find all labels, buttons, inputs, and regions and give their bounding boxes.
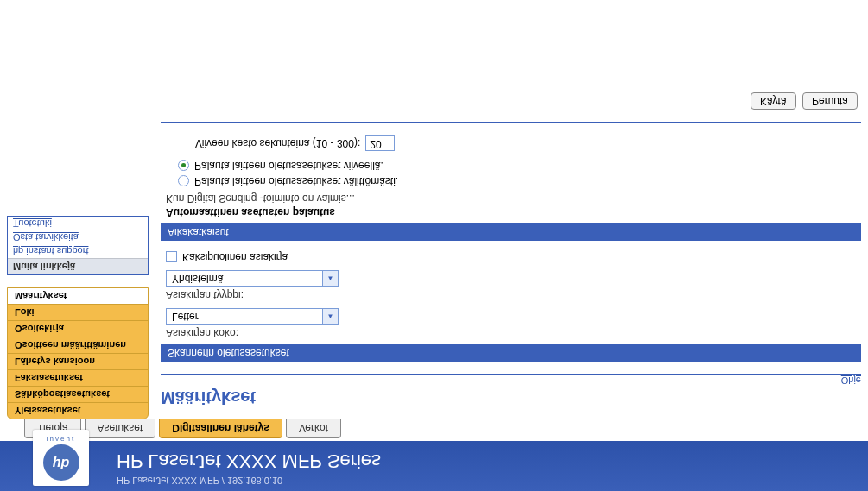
cancel-button[interactable]: Peruuta bbox=[802, 92, 858, 110]
delay-row: Viiveen kesto sekunteina (10 - 300): 20 bbox=[195, 135, 861, 151]
chevron-down-icon: ▼ bbox=[322, 309, 338, 324]
sidebar-nav: Yleisasetukset Sähköpostiasetukset Faksi… bbox=[7, 287, 149, 419]
doc-type-value: Yhdistelmä bbox=[172, 273, 223, 285]
sidebar-item-email[interactable]: Sähköpostiasetukset bbox=[8, 386, 148, 402]
sidebar-item-general[interactable]: Yleisasetukset bbox=[8, 402, 148, 419]
radio-delay-label: Palauta laitteen oletusasetukset viiveel… bbox=[194, 160, 383, 172]
radio-immediate-label: Palauta laitteen oletusasetukset välittö… bbox=[194, 175, 398, 187]
link-supplies[interactable]: Osta tarvikkeita bbox=[8, 230, 148, 244]
tab-network[interactable]: Verkot bbox=[286, 419, 341, 438]
radio-delay[interactable] bbox=[178, 161, 189, 172]
duplex-label: Kaksipuolinen asiakirja bbox=[182, 251, 288, 263]
sidebar-item-addressing[interactable]: Osoitteen määrittäminen bbox=[8, 337, 148, 353]
radio-immediate[interactable] bbox=[178, 176, 189, 187]
product-title: HP LaserJet XXXX MFP Series bbox=[117, 450, 381, 472]
doc-type-label: Asiakirjan tyyppi: bbox=[166, 289, 861, 301]
duplex-row[interactable]: Kaksipuolinen asiakirja bbox=[166, 251, 861, 263]
apply-button[interactable]: Käytä bbox=[751, 92, 796, 110]
breadcrumb: HP LaserJet XXXX MFP / 192.168.0.10 bbox=[117, 475, 282, 486]
chevron-down-icon: ▼ bbox=[322, 271, 338, 286]
content-pane: Määritykset Ohje Skannerin oletusasetuks… bbox=[161, 89, 861, 419]
help-link[interactable]: Ohje bbox=[161, 375, 861, 386]
section-scan-defaults: Skannerin oletusasetukset bbox=[161, 344, 861, 362]
sidebar-item-prefs[interactable]: Määritykset bbox=[8, 288, 148, 304]
link-support[interactable]: Tuotetuki bbox=[8, 217, 148, 230]
doc-type-select[interactable]: Yhdistelmä ▼ bbox=[166, 270, 339, 287]
duplex-checkbox[interactable] bbox=[166, 252, 177, 263]
delay-input[interactable]: 20 bbox=[365, 135, 395, 151]
doc-size-value: Letter bbox=[172, 311, 199, 323]
header-bar: hp invent HP LaserJet XXXX MFP / 192.168… bbox=[0, 441, 868, 491]
hp-logo-icon: hp bbox=[43, 444, 79, 481]
doc-size-select[interactable]: Letter ▼ bbox=[166, 308, 339, 325]
delay-label: Viiveen kesto sekunteina (10 - 300): bbox=[195, 137, 360, 149]
doc-size-label: Asiakirjan koko: bbox=[166, 327, 861, 339]
sidebar-item-fax[interactable]: Faksiasetukset bbox=[8, 369, 148, 386]
link-instant-support[interactable]: hp instant support bbox=[8, 244, 148, 258]
sidebar-item-folder[interactable]: Lähetys kansioon bbox=[8, 353, 148, 369]
page-title: Määritykset bbox=[161, 387, 861, 407]
button-row: Käytä Peruuta bbox=[161, 92, 858, 110]
auto-reset-desc: Kun Digital Sending -toiminto on valmis.… bbox=[166, 192, 861, 205]
sidebar-item-log[interactable]: Loki bbox=[8, 304, 148, 320]
radio-delay-row[interactable]: Palauta laitteen oletusasetukset viiveel… bbox=[178, 160, 861, 172]
auto-reset-head: Automaattinen asetusten palautus bbox=[166, 206, 861, 218]
hp-logo: hp invent bbox=[33, 430, 89, 486]
hp-logo-sub: invent bbox=[47, 435, 75, 443]
sidebar: Yleisasetukset Sähköpostiasetukset Faksi… bbox=[7, 89, 149, 419]
radio-immediate-row[interactable]: Palauta laitteen oletusasetukset välittö… bbox=[178, 175, 861, 187]
section-timeouts: Aikakatkaisut bbox=[161, 223, 861, 241]
tab-bar: Tietoja Asetukset Digitaalinen lähetys V… bbox=[0, 419, 868, 439]
other-links-header: Muita linkkejä bbox=[8, 258, 148, 274]
sidebar-item-addrbook[interactable]: Osoitekirja bbox=[8, 320, 148, 337]
other-links: Muita linkkejä hp instant support Osta t… bbox=[7, 216, 149, 275]
tab-digital-send[interactable]: Digitaalinen lähetys bbox=[159, 419, 282, 438]
tab-settings[interactable]: Asetukset bbox=[85, 419, 156, 438]
